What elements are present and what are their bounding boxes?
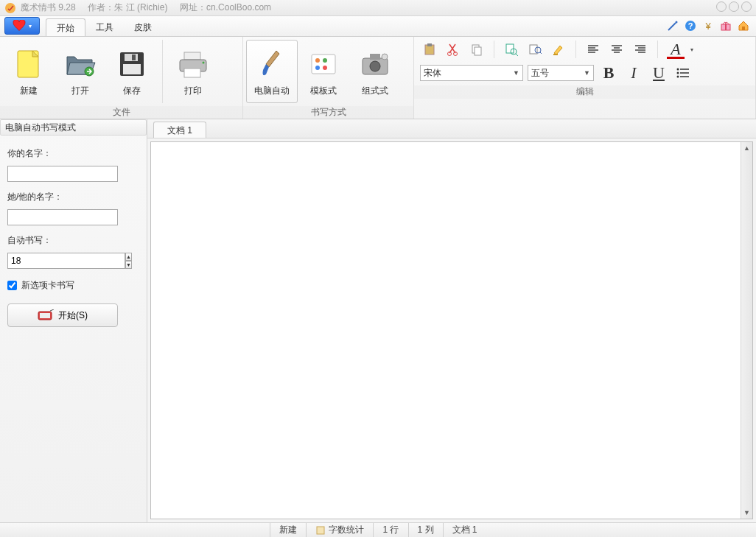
your-name-input[interactable] (7, 166, 118, 182)
status-bar: 新建 字数统计 1 行 1 列 文档 1 (0, 522, 756, 537)
gift-icon[interactable] (719, 19, 732, 32)
title-bar: 魔术情书 9.28 作者：朱 江 (Richie) 网址：cn.CoolBoo.… (0, 0, 756, 16)
new-tab-checkbox-row[interactable]: 新选项卡书写 (7, 279, 139, 292)
auto-write-spinner[interactable]: ▲▼ (7, 253, 118, 269)
open-button[interactable]: 打开 (55, 40, 106, 103)
start-button[interactable]: 开始(S) (7, 303, 118, 327)
font-color-button[interactable]: A (665, 40, 686, 59)
window-controls (716, 1, 752, 12)
tab-start[interactable]: 开始 (46, 18, 85, 36)
brush-icon (259, 48, 285, 80)
svg-rect-32 (475, 47, 481, 55)
svg-rect-14 (184, 52, 200, 60)
highlight-icon[interactable] (549, 41, 568, 58)
scroll-down-icon[interactable]: ▼ (741, 507, 752, 519)
new-tab-checkbox[interactable] (7, 281, 17, 290)
camera-icon (360, 49, 391, 79)
home-icon[interactable] (737, 19, 750, 32)
bold-button[interactable]: B (598, 63, 619, 83)
combo-write-button[interactable]: 组式式 (349, 40, 401, 103)
template-icon (309, 50, 338, 78)
font-name-select[interactable]: 宋体▼ (420, 65, 523, 81)
editor[interactable]: ▲ ▼ (150, 141, 753, 519)
spinner-down[interactable]: ▼ (125, 261, 132, 269)
document-tab[interactable]: 文档 1 (153, 122, 206, 138)
file-group-label: 文件 (0, 106, 242, 119)
svg-point-19 (315, 58, 320, 63)
svg-point-26 (382, 54, 388, 60)
close-button[interactable] (741, 1, 752, 12)
edit-group-label: 编辑 (414, 85, 755, 99)
status-wordcount[interactable]: 字数统计 (306, 523, 373, 537)
align-left-icon[interactable] (584, 41, 603, 58)
chevron-down-icon: ▼ (584, 69, 590, 77)
copy-icon[interactable] (467, 41, 486, 58)
new-button[interactable]: 新建 (3, 40, 55, 103)
italic-button[interactable]: I (623, 63, 644, 83)
status-doc: 文档 1 (443, 523, 486, 537)
svg-text:¥: ¥ (704, 21, 711, 32)
tab-tools[interactable]: 工具 (85, 18, 124, 36)
svg-point-24 (370, 61, 380, 71)
chevron-down-icon: ▼ (513, 69, 519, 77)
svg-point-17 (203, 61, 205, 63)
underline-button[interactable]: U (648, 63, 669, 83)
scroll-icon (315, 525, 326, 536)
chevron-down-icon: ▾ (29, 23, 32, 29)
svg-point-0 (5, 3, 15, 13)
clipboard-icon[interactable] (420, 41, 439, 58)
align-center-icon[interactable] (607, 41, 626, 58)
new-file-icon (15, 48, 43, 80)
svg-rect-12 (132, 55, 136, 60)
chevron-down-icon[interactable]: ▾ (690, 46, 693, 53)
auto-write-button[interactable]: 电脑自动 (246, 40, 298, 103)
svg-rect-11 (125, 54, 138, 61)
vertical-scrollbar[interactable]: ▲ ▼ (741, 142, 752, 519)
app-icon (4, 2, 16, 14)
cut-icon[interactable] (444, 41, 463, 58)
menu-row: ▾ 开始 工具 皮肤 ? ¥ (0, 16, 756, 37)
svg-point-21 (315, 66, 320, 70)
printer-icon (177, 49, 209, 79)
app-menu-button[interactable]: ▾ (4, 17, 40, 35)
svg-rect-6 (725, 24, 727, 30)
replace-icon[interactable] (525, 41, 545, 58)
svg-point-22 (323, 66, 327, 70)
svg-text:?: ? (688, 21, 693, 30)
their-name-input[interactable] (7, 209, 118, 225)
ribbon: 新建 打开 保存 打印 文件 电脑自动 (0, 37, 756, 119)
print-button[interactable]: 打印 (167, 40, 219, 103)
your-name-label: 你的名字： (7, 147, 139, 160)
svg-rect-25 (370, 54, 380, 60)
currency-icon[interactable]: ¥ (701, 19, 715, 32)
svg-point-39 (677, 72, 679, 74)
svg-rect-43 (317, 527, 324, 534)
scroll-up-icon[interactable]: ▲ (741, 142, 752, 154)
tab-skins[interactable]: 皮肤 (124, 18, 162, 36)
minimize-button[interactable] (716, 1, 727, 12)
sidebar: 电脑自动书写模式 你的名字： 她/他的名字： 自动书写： ▲▼ 新选项卡书写 开… (0, 119, 147, 522)
save-button[interactable]: 保存 (106, 40, 158, 103)
bullet-list-icon[interactable] (673, 64, 693, 82)
svg-point-1 (676, 21, 678, 24)
svg-rect-18 (312, 55, 335, 74)
help-icon[interactable]: ? (684, 19, 697, 32)
main: 电脑自动书写模式 你的名字： 她/他的名字： 自动书写： ▲▼ 新选项卡书写 开… (0, 119, 756, 522)
menu-tabs: 开始 工具 皮肤 (46, 16, 162, 36)
their-name-label: 她/他的名字： (7, 191, 139, 203)
svg-point-38 (677, 69, 679, 71)
status-new[interactable]: 新建 (270, 523, 306, 537)
new-tab-label: 新选项卡书写 (21, 279, 74, 292)
spinner-input[interactable] (7, 253, 125, 269)
template-write-button[interactable]: 模板式 (298, 40, 349, 103)
maximize-button[interactable] (729, 1, 739, 12)
wand-icon[interactable] (666, 19, 679, 32)
sidebar-title: 电脑自动书写模式 (0, 119, 147, 136)
write-group-label: 书写方式 (243, 106, 413, 119)
floppy-disk-icon (117, 49, 147, 79)
spinner-up[interactable]: ▲ (125, 253, 132, 261)
open-folder-icon (64, 49, 97, 79)
find-icon[interactable] (502, 41, 521, 58)
font-size-select[interactable]: 五号▼ (528, 65, 594, 81)
align-right-icon[interactable] (631, 41, 650, 58)
